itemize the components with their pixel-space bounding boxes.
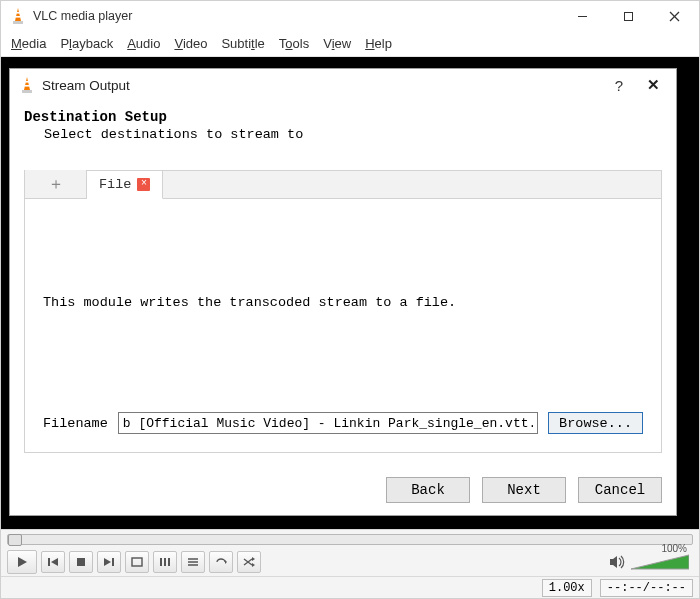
add-destination-tab[interactable]: ＋: [25, 170, 87, 198]
window-buttons: [559, 1, 697, 31]
vlc-cone-icon: [11, 8, 25, 24]
dialog-button-row: Back Next Cancel: [10, 463, 676, 515]
window-title: VLC media player: [33, 9, 559, 23]
next-button-ctrl[interactable]: [97, 551, 121, 573]
menu-video[interactable]: Video: [174, 36, 207, 51]
dialog-close-button[interactable]: ✕: [636, 76, 670, 94]
svg-marker-0: [15, 8, 21, 21]
svg-rect-19: [160, 558, 162, 566]
svg-marker-26: [252, 557, 255, 561]
menubar: Media Playback Audio Video Subtitle Tool…: [1, 31, 699, 57]
svg-rect-1: [13, 21, 23, 24]
svg-rect-9: [22, 90, 32, 93]
dialog-help-button[interactable]: ?: [602, 77, 636, 94]
titlebar: VLC media player: [1, 1, 699, 31]
menu-playback[interactable]: Playback: [60, 36, 113, 51]
seek-thumb[interactable]: [8, 534, 22, 546]
svg-rect-10: [25, 81, 29, 83]
seek-track[interactable]: [7, 534, 693, 545]
seek-bar[interactable]: [1, 530, 699, 548]
svg-rect-17: [112, 558, 114, 566]
svg-rect-11: [25, 85, 30, 87]
video-area: Stream Output ? ✕ Destination Setup Sele…: [1, 57, 699, 529]
menu-tools[interactable]: Tools: [279, 36, 309, 51]
prev-button[interactable]: [41, 551, 65, 573]
volume-percent: 100%: [661, 543, 687, 554]
dialog-title: Stream Output: [42, 78, 602, 93]
statusbar: 1.00x --:--/--:--: [1, 576, 699, 598]
menu-view[interactable]: View: [323, 36, 351, 51]
tab-close-icon[interactable]: ×: [137, 178, 150, 191]
filename-row: Filename Browse...: [43, 412, 643, 434]
stop-button[interactable]: [69, 551, 93, 573]
back-button[interactable]: Back: [386, 477, 470, 503]
volume-slider[interactable]: 100%: [631, 553, 689, 571]
dialog-body: Destination Setup Select destinations to…: [10, 101, 676, 463]
menu-media[interactable]: Media: [11, 36, 46, 51]
time-display: --:--/--:--: [600, 579, 693, 597]
dialog-titlebar: Stream Output ? ✕: [10, 69, 676, 101]
cancel-button[interactable]: Cancel: [578, 477, 662, 503]
vlc-cone-icon: [20, 77, 34, 93]
speaker-icon[interactable]: [609, 555, 625, 569]
tab-file[interactable]: File ×: [87, 171, 163, 199]
svg-marker-12: [18, 557, 27, 567]
tabs-strip: ＋ File ×: [25, 171, 661, 199]
menu-audio[interactable]: Audio: [127, 36, 160, 51]
module-description: This module writes the transcoded stream…: [43, 295, 643, 310]
stream-output-dialog: Stream Output ? ✕ Destination Setup Sele…: [9, 68, 677, 516]
tab-file-label: File: [99, 177, 131, 192]
svg-rect-21: [168, 558, 170, 566]
playlist-button[interactable]: [181, 551, 205, 573]
svg-marker-25: [225, 560, 227, 564]
fullscreen-button[interactable]: [125, 551, 149, 573]
player-bar: 100% 1.00x --:--/--:--: [1, 529, 699, 598]
svg-rect-20: [164, 558, 166, 566]
next-button[interactable]: Next: [482, 477, 566, 503]
menu-subtitle[interactable]: Subtitle: [221, 36, 264, 51]
svg-rect-13: [48, 558, 50, 566]
main-window: VLC media player Media Playback Audio Vi…: [0, 0, 700, 599]
svg-marker-14: [51, 558, 58, 566]
play-button[interactable]: [7, 550, 37, 574]
ext-settings-button[interactable]: [153, 551, 177, 573]
plus-icon: ＋: [48, 174, 64, 195]
shuffle-button[interactable]: [237, 551, 261, 573]
svg-rect-2: [16, 12, 20, 14]
controls-row: 100%: [1, 548, 699, 576]
svg-marker-8: [24, 77, 30, 90]
loop-button[interactable]: [209, 551, 233, 573]
filename-input[interactable]: [118, 412, 538, 434]
browse-button[interactable]: Browse...: [548, 412, 643, 434]
destinations-frame: ＋ File × This module writes the transcod…: [24, 170, 662, 453]
section-subtitle: Select destinations to stream to: [44, 127, 662, 142]
svg-marker-28: [610, 556, 617, 568]
menu-help[interactable]: Help: [365, 36, 392, 51]
svg-rect-18: [132, 558, 142, 566]
filename-label: Filename: [43, 416, 108, 431]
maximize-button[interactable]: [605, 1, 651, 31]
svg-rect-5: [624, 12, 632, 20]
tab-file-panel: This module writes the transcoded stream…: [25, 199, 661, 452]
playback-speed[interactable]: 1.00x: [542, 579, 592, 597]
svg-marker-16: [104, 558, 111, 566]
svg-marker-27: [252, 563, 255, 567]
section-title: Destination Setup: [24, 109, 662, 125]
minimize-button[interactable]: [559, 1, 605, 31]
svg-rect-3: [16, 16, 21, 18]
svg-rect-15: [77, 558, 85, 566]
close-button[interactable]: [651, 1, 697, 31]
